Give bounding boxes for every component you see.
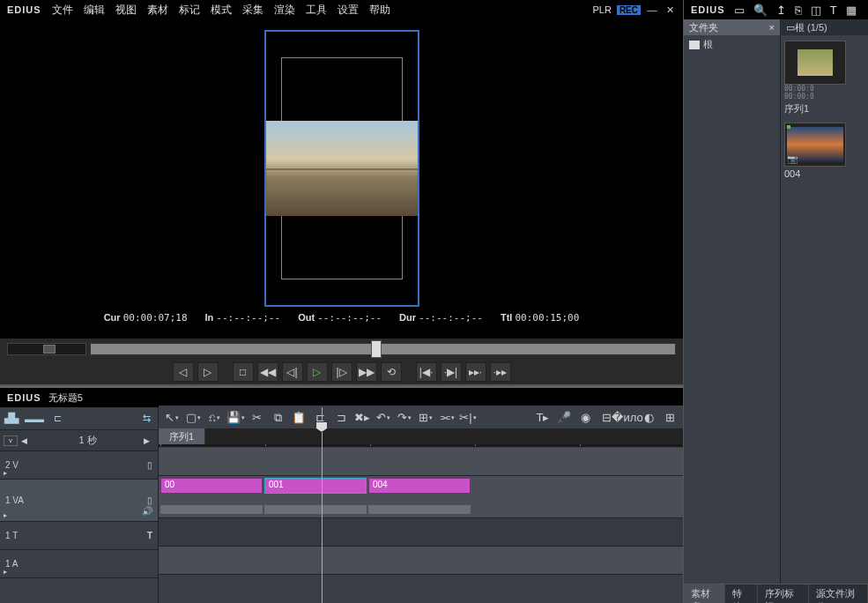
- tool-cut-icon[interactable]: ✂: [247, 408, 266, 428]
- menu-render[interactable]: 渲染: [274, 3, 295, 18]
- clip-00[interactable]: 00: [160, 478, 263, 494]
- track-va1-audio-icon[interactable]: 🔊: [142, 506, 152, 516]
- ruler-unit-label[interactable]: 1 秒: [32, 434, 144, 447]
- menu-settings[interactable]: 设置: [338, 3, 359, 18]
- menu-view[interactable]: 视图: [115, 3, 137, 18]
- bin-folder-icon[interactable]: ▭: [734, 4, 745, 17]
- playhead-line[interactable]: [322, 407, 323, 603]
- tool-group-icon[interactable]: ⊞▾: [416, 408, 435, 428]
- rec-label[interactable]: REC: [617, 5, 641, 15]
- bin-props-icon[interactable]: ◫: [811, 4, 821, 17]
- menu-edit[interactable]: 编辑: [84, 3, 105, 18]
- prev-edit-button[interactable]: |◀·: [416, 362, 437, 382]
- tool-overwrite-icon[interactable]: ⊐: [331, 408, 351, 428]
- menu-marker[interactable]: 标记: [179, 3, 200, 18]
- tool-save-icon[interactable]: 💾▾: [226, 408, 245, 428]
- track-header-t1[interactable]: 1 T T ⇆: [0, 522, 158, 550]
- tc-ttl-value[interactable]: 00:00:15;00: [515, 312, 579, 324]
- tool-cursor-icon[interactable]: ↖▾: [162, 408, 182, 428]
- next-edit-button[interactable]: ·▶|: [441, 362, 462, 382]
- menu-tools[interactable]: 工具: [306, 3, 327, 18]
- track-v2-expand[interactable]: ▸: [4, 469, 7, 477]
- tool-mixer-icon[interactable]: �ило: [618, 408, 637, 428]
- ffwd-button[interactable]: ▶▶: [356, 362, 377, 382]
- tool-layout-icon[interactable]: ⊞: [660, 408, 679, 428]
- tc-out-value[interactable]: --:--:--;--: [317, 312, 382, 324]
- mode-ripple-icon[interactable]: ⊏: [46, 409, 69, 428]
- step-back-button[interactable]: ◁|: [282, 362, 303, 382]
- clip-004[interactable]: 004: [368, 478, 471, 494]
- set-in-button[interactable]: ◁: [173, 362, 194, 382]
- track-a1-expand[interactable]: ▸: [4, 568, 7, 576]
- insert-button[interactable]: ▸▸·: [465, 362, 486, 382]
- folder-tab-close[interactable]: ×: [769, 22, 775, 33]
- clip-004-audio[interactable]: [368, 505, 471, 514]
- track-header-v2[interactable]: 2 V ▯ ▸ ⇆: [0, 451, 158, 480]
- bin-up-icon[interactable]: ↥: [776, 4, 786, 17]
- bin-search-icon[interactable]: 🔍: [753, 4, 768, 17]
- track-header-va1[interactable]: v 1 VA ▯ 🔊 ▸ ⇆: [0, 480, 158, 522]
- tool-paste-icon[interactable]: 📋: [289, 408, 308, 428]
- track-lane-a1[interactable]: [159, 547, 683, 575]
- tool-new-icon[interactable]: ▢▾: [183, 408, 203, 428]
- tool-delete-icon[interactable]: ✖▸: [352, 408, 372, 428]
- minimize-button[interactable]: —: [646, 4, 658, 15]
- overwrite-button[interactable]: ·▸▸: [490, 362, 511, 382]
- tab-source-browser[interactable]: 源文件浏览: [809, 584, 868, 603]
- tab-effects[interactable]: 特效: [725, 584, 758, 603]
- clip-00-audio[interactable]: [160, 505, 263, 514]
- tool-voiceover-icon[interactable]: 🎤: [554, 408, 574, 428]
- bin-tab[interactable]: ▭ 根 (1/5): [781, 19, 868, 35]
- loop-button[interactable]: ⟲: [381, 362, 402, 382]
- tab-bin[interactable]: 素材库: [684, 584, 725, 603]
- menu-clip[interactable]: 素材: [147, 3, 168, 18]
- clip-001[interactable]: 001: [264, 478, 367, 494]
- menu-mode[interactable]: 模式: [211, 3, 232, 18]
- mode-sync-icon[interactable]: ⇆: [135, 409, 158, 428]
- track-header-a1[interactable]: 1 A ▸: [0, 550, 158, 578]
- track-lane-va1[interactable]: 00 001 004: [159, 476, 683, 518]
- track-t1-title-icon[interactable]: T: [147, 531, 152, 540]
- close-button[interactable]: ✕: [664, 4, 676, 15]
- stop-button[interactable]: □: [233, 362, 254, 382]
- bin-item-sequence[interactable]: 00:00:000:00:0 序列1: [784, 41, 864, 115]
- track-v2-video-icon[interactable]: ▯: [147, 460, 152, 470]
- track-lane-t1[interactable]: [159, 518, 683, 547]
- folder-root-item[interactable]: 根: [684, 35, 780, 54]
- step-fwd-button[interactable]: |▷: [331, 362, 352, 382]
- position-slider[interactable]: [90, 343, 676, 355]
- v-patch[interactable]: v: [4, 436, 18, 446]
- folder-panel-tab[interactable]: 文件夹 ×: [684, 19, 780, 35]
- tc-dur-value[interactable]: --:--:--;--: [419, 312, 483, 324]
- play-button[interactable]: ▷: [307, 362, 328, 382]
- tool-open-icon[interactable]: ⎌▾: [204, 408, 224, 428]
- rewind-button[interactable]: ◀◀: [257, 362, 278, 382]
- clip-001-audio[interactable]: [264, 505, 367, 514]
- tool-trim-icon[interactable]: ✂|▾: [458, 408, 478, 428]
- menu-file[interactable]: 文件: [52, 3, 73, 18]
- position-thumb[interactable]: [371, 340, 382, 358]
- bin-item-004[interactable]: 📷 004: [784, 123, 864, 179]
- track-lane-v2[interactable]: [159, 448, 683, 476]
- track-va1-expand[interactable]: ▸: [4, 511, 7, 519]
- tool-capture-icon[interactable]: ◉: [575, 408, 595, 428]
- tc-cur-value[interactable]: 00:00:07;18: [123, 312, 188, 324]
- tool-scope-icon[interactable]: ◐: [639, 408, 658, 428]
- speed-slider[interactable]: [7, 343, 86, 355]
- menu-capture[interactable]: 采集: [242, 3, 263, 18]
- tool-title-icon[interactable]: T▸: [533, 408, 553, 428]
- tool-undo-icon[interactable]: ↶▾: [374, 408, 393, 428]
- zoom-out-button[interactable]: ◀: [21, 436, 32, 445]
- tool-redo-icon[interactable]: ↷▾: [395, 408, 414, 428]
- set-out-button[interactable]: ▷: [197, 362, 219, 382]
- zoom-in-button[interactable]: ▶: [144, 436, 154, 445]
- bin-view-icon[interactable]: ▦: [846, 4, 857, 17]
- mode-insert-icon[interactable]: ▟▙: [0, 409, 23, 428]
- menu-help[interactable]: 帮助: [369, 3, 390, 18]
- tool-copy-icon[interactable]: ⧉: [268, 408, 287, 428]
- plr-label[interactable]: PLR: [592, 4, 611, 15]
- bin-add-icon[interactable]: ⎘: [795, 4, 802, 17]
- tab-markers[interactable]: 序列标记: [758, 584, 808, 603]
- tool-link-icon[interactable]: ⫘▾: [437, 408, 456, 428]
- preview-canvas[interactable]: [264, 30, 419, 307]
